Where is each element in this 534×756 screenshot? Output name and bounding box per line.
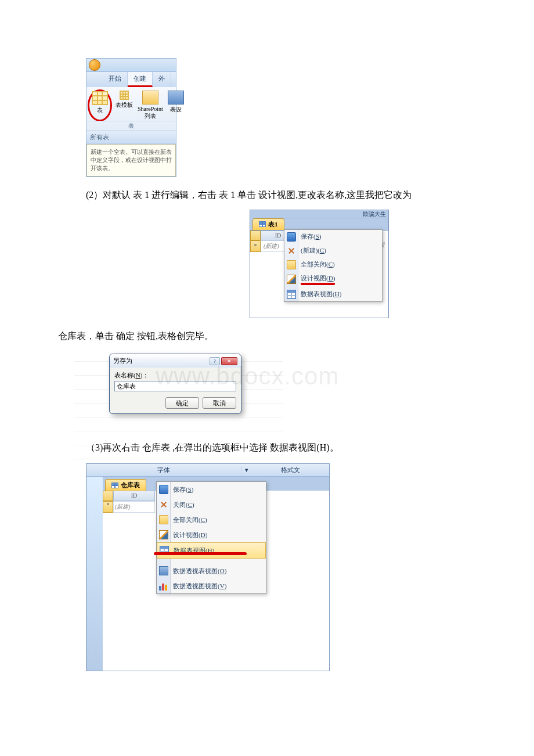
menu-design-view[interactable]: 设计视图(D) bbox=[284, 272, 382, 287]
table-mini-icon bbox=[259, 221, 266, 227]
menu-save[interactable]: 保存(S) bbox=[284, 230, 382, 244]
menu-close-all-label-4: 全部关闭(C) bbox=[173, 516, 207, 524]
datasheet: ID * (新建) 添加新字段 保存(S) (新建)(C) 全部 bbox=[250, 231, 388, 318]
document-tabs: 表1 bbox=[250, 218, 388, 231]
dialog-titlebar: 另存为 ? ✕ bbox=[110, 354, 241, 368]
ribbon-tabs: 开始 创建 外 bbox=[86, 72, 176, 87]
context-menu-4: 保存(S) 关闭(C) 全部关闭(C) 设计视图(D) bbox=[156, 481, 266, 594]
menu-design-view-label-4: 设计视图(D) bbox=[173, 531, 207, 539]
menu-close-label: (新建)(C) bbox=[301, 246, 326, 255]
menu-close-label-4: 关闭(C) bbox=[173, 501, 194, 509]
sharepoint-label: SharePoint 列表 bbox=[138, 106, 163, 120]
font-group-label: 字体 bbox=[86, 466, 241, 474]
menu-datasheet-view[interactable]: 数据表视图(H) bbox=[284, 287, 382, 301]
menu-close-all[interactable]: 全部关闭(C) bbox=[284, 258, 382, 272]
paragraph-2: (2）对默认 表 1 进行编辑，右击 表 1 单击 设计视图,更改表名称,这里我… bbox=[86, 188, 476, 203]
pencil-icon bbox=[287, 275, 296, 284]
nav-header[interactable]: 所有表 bbox=[86, 131, 176, 144]
cancel-button[interactable]: 取消 bbox=[203, 397, 236, 409]
save-icon bbox=[159, 485, 168, 494]
menu-close-4[interactable]: 关闭(C) bbox=[157, 497, 266, 512]
menu-save-label-4: 保存(S) bbox=[173, 485, 193, 494]
design-label: 表设 bbox=[170, 106, 182, 114]
table-button-label: 表 bbox=[97, 106, 103, 114]
paragraph-3: 仓库表，单击 确定 按钮,表格创完毕。 bbox=[58, 329, 476, 344]
workspace: 仓库表 ID * (新建) 添加新字段 bbox=[103, 477, 329, 671]
table-design-button[interactable]: 表设 bbox=[167, 89, 185, 121]
design-icon bbox=[168, 91, 184, 105]
ribbon-footer: 字体 ▾ 格式文 bbox=[86, 464, 329, 477]
menu-close-all-label: 全部关闭(C) bbox=[301, 260, 335, 269]
tab-warehouse[interactable]: 仓库表 bbox=[105, 479, 146, 491]
group-label: 表 bbox=[86, 121, 176, 131]
ok-button[interactable]: 确定 bbox=[165, 397, 199, 409]
menu-pivot-table-label-4: 数据透视表视图(O) bbox=[173, 567, 226, 575]
menu-pivot-chart-label-4: 数据透视图视图(V) bbox=[173, 582, 226, 591]
office-button[interactable] bbox=[86, 58, 103, 72]
dialog-close-button[interactable]: ✕ bbox=[221, 357, 237, 365]
sharepoint-button[interactable]: SharePoint 列表 bbox=[136, 89, 164, 121]
close-icon bbox=[159, 500, 168, 509]
folder-icon bbox=[287, 260, 296, 269]
office-icon bbox=[89, 59, 100, 71]
folder-icon bbox=[159, 515, 168, 524]
tab-external[interactable]: 外 bbox=[153, 72, 171, 87]
table-button[interactable]: 表 bbox=[88, 89, 112, 121]
ribbon-body: 表 表模板 SharePoint 列表 表设 表 bbox=[86, 87, 176, 131]
context-menu: 保存(S) (新建)(C) 全部关闭(C) 设计视图(D) 数据表视图(H) bbox=[284, 229, 383, 302]
nav-collapsed[interactable] bbox=[86, 477, 103, 671]
select-all-cell[interactable] bbox=[250, 231, 261, 240]
figure-context-menu-1: 欺骗大生 表1 ID * (新建) 添加新字段 保存(S) bbox=[250, 210, 389, 318]
close-icon bbox=[287, 246, 296, 255]
figure-context-menu-2: 字体 ▾ 格式文 仓库表 ID * (新建) bbox=[86, 463, 330, 671]
tab-create[interactable]: 创建 bbox=[128, 72, 153, 87]
tab-warehouse-label: 仓库表 bbox=[121, 481, 140, 489]
menu-save-label: 保存(S) bbox=[301, 232, 321, 241]
pivot-chart-icon bbox=[159, 581, 168, 591]
menu-design-view-label: 设计视图(D) bbox=[301, 274, 335, 285]
new-row-indicator: * bbox=[250, 240, 261, 252]
figure-create-ribbon: 开始 创建 外 表 表模板 SharePoint 列表 表设 表 bbox=[86, 58, 176, 177]
menu-pivot-table-4[interactable]: 数据透视表视图(O) bbox=[157, 563, 266, 578]
tab-start[interactable]: 开始 bbox=[103, 72, 128, 87]
menu-save-4[interactable]: 保存(S) bbox=[157, 482, 266, 497]
pivot-table-icon bbox=[159, 566, 168, 575]
new-row-cell-4[interactable]: (新建) bbox=[113, 501, 155, 513]
column-id-4[interactable]: ID bbox=[113, 491, 155, 501]
menu-design-view-4[interactable]: 设计视图(D) bbox=[157, 527, 266, 542]
tab-table1[interactable]: 表1 bbox=[252, 218, 284, 230]
menu-close[interactable]: (新建)(C) bbox=[284, 244, 382, 258]
table-icon bbox=[92, 91, 108, 105]
table-name-label: 表名称(N)： bbox=[114, 371, 236, 380]
sharepoint-icon bbox=[142, 91, 158, 105]
table-name-input[interactable] bbox=[114, 381, 236, 391]
table-mini-icon bbox=[111, 483, 118, 488]
menu-datasheet-view-4[interactable]: 数据表视图(H) bbox=[157, 542, 266, 559]
red-annotation-underline bbox=[154, 552, 247, 555]
qat-bar bbox=[86, 58, 176, 72]
tab-table1-label: 表1 bbox=[268, 220, 278, 229]
menu-datasheet-view-label: 数据表视图(H) bbox=[301, 290, 341, 298]
dialog-title: 另存为 bbox=[113, 357, 132, 365]
datasheet-icon bbox=[287, 290, 296, 299]
fig2-header-strip: 欺骗大生 bbox=[250, 210, 388, 218]
template-icon bbox=[120, 91, 129, 100]
dialog-help-button[interactable]: ? bbox=[210, 357, 220, 365]
tooltip: 新建一个空表。可以直接在新表中定义字段，或在设计视图中打开该表。 bbox=[86, 144, 176, 177]
table-template-button[interactable]: 表模板 bbox=[114, 89, 134, 121]
figure-save-as-dialog: www.bdocx.com 另存为 ? ✕ 表名称(N)： 确定 取消 bbox=[86, 354, 260, 414]
pencil-icon bbox=[159, 530, 168, 539]
select-all-4[interactable] bbox=[103, 491, 113, 501]
menu-close-all-4[interactable]: 全部关闭(C) bbox=[157, 512, 266, 527]
template-label: 表模板 bbox=[116, 101, 133, 109]
new-row-indicator-4: * bbox=[103, 501, 113, 513]
format-group-label: 格式文 bbox=[252, 466, 329, 474]
save-as-dialog: 另存为 ? ✕ 表名称(N)： 确定 取消 bbox=[109, 354, 241, 414]
nav-pane: 所有表 新建一个空表。可以直接在新表中定义字段，或在设计视图中打开该表。 bbox=[86, 131, 176, 177]
save-icon bbox=[287, 232, 296, 242]
menu-pivot-chart-4[interactable]: 数据透视图视图(V) bbox=[157, 578, 266, 593]
